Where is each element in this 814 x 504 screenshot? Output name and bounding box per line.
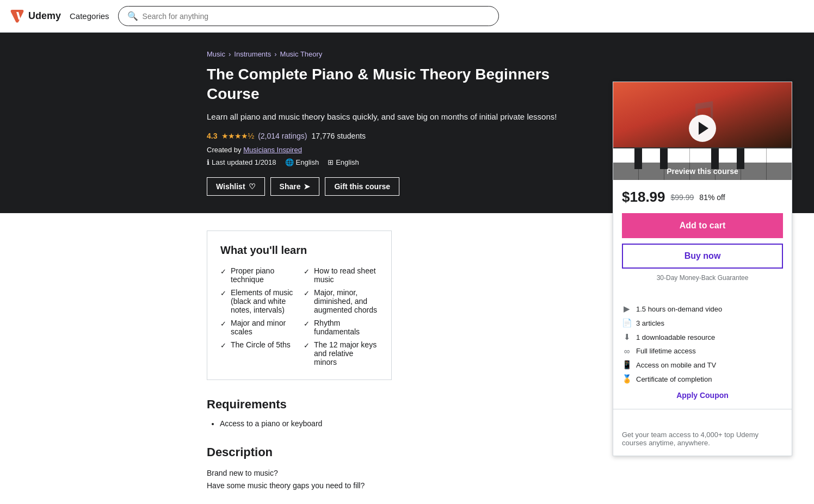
list-item: ✓ The 12 major keys and relative minors — [304, 340, 378, 366]
mobile-icon: 📱 — [622, 360, 632, 370]
language-item: 🌐 English — [285, 158, 319, 166]
list-item: Access to a piano or keyboard — [220, 419, 392, 428]
list-item: ✓ How to read sheet music — [304, 266, 378, 284]
money-back-label: 30-Day Money-Back Guarantee — [622, 274, 783, 282]
logo-text: Udemy — [28, 10, 61, 22]
list-item: ✓ The Circle of 5ths — [220, 340, 295, 366]
list-item: ✓ Rhythm fundamentals — [304, 319, 378, 336]
hero-actions: Wishlist ♡ Share ➤ Gift this course — [207, 177, 588, 196]
check-icon: ✓ — [304, 267, 310, 276]
description-text-1: Brand new to music? — [207, 467, 392, 479]
training-title: Training 5 or more people? — [622, 418, 783, 427]
check-icon: ✓ — [220, 320, 226, 328]
list-item: ∞ Full lifetime access — [622, 346, 783, 356]
list-item: ✓ Major, minor, diminished, and augmente… — [304, 288, 378, 314]
learn-title: What you'll learn — [220, 244, 378, 257]
description-text-2: Have some music theory gaps you need to … — [207, 480, 392, 491]
training-box: Training 5 or more people? Get your team… — [613, 409, 792, 456]
list-item: 📱 Access on mobile and TV — [622, 360, 783, 370]
breadcrumb-instruments[interactable]: Instruments — [234, 50, 271, 58]
play-button[interactable] — [689, 115, 716, 142]
search-input[interactable] — [143, 12, 490, 21]
rating-number: 4.3 — [207, 132, 217, 140]
infinity-icon: ∞ — [622, 346, 632, 356]
cc-icon: ⊞ — [328, 158, 334, 166]
apply-coupon-link[interactable]: Apply Coupon — [676, 391, 729, 400]
check-icon: ✓ — [304, 289, 310, 297]
learn-section: What you'll learn ✓ Proper piano techniq… — [207, 231, 392, 380]
learn-grid: ✓ Proper piano technique ✓ How to read s… — [220, 266, 378, 366]
share-button[interactable]: Share ➤ — [270, 177, 320, 196]
description-section: Description Brand new to music? Have som… — [207, 445, 392, 491]
download-icon: ⬇ — [622, 332, 632, 342]
list-item: ▶ 1.5 hours on-demand video — [622, 304, 783, 314]
video-icon: ▶ — [622, 304, 632, 314]
captions-item: ⊞ English — [328, 158, 359, 166]
info-icon: ℹ — [207, 158, 209, 166]
course-card: 🎵 — [613, 82, 792, 456]
add-to-cart-button[interactable]: Add to cart — [622, 213, 783, 238]
includes-list: ▶ 1.5 hours on-demand video 📄 3 articles… — [622, 304, 783, 384]
rating-row: 4.3 ★★★★½ (2,014 ratings) 17,776 student… — [207, 132, 588, 140]
check-icon: ✓ — [304, 320, 310, 328]
main-body: What you'll learn ✓ Proper piano techniq… — [207, 231, 588, 491]
search-bar: 🔍 — [118, 6, 499, 26]
requirements-list: Access to a piano or keyboard — [207, 419, 392, 428]
training-desc: Get your team access to 4,000+ top Udemy… — [622, 431, 783, 447]
includes-title: This course includes: — [622, 289, 783, 298]
price-original: $99.99 — [671, 193, 694, 202]
buy-now-button[interactable]: Buy now — [622, 244, 783, 269]
list-item: ✓ Elements of music (black and white not… — [220, 288, 295, 314]
course-subtitle: Learn all piano and music theory basics … — [207, 111, 577, 123]
check-icon: ✓ — [304, 341, 310, 350]
star-icons: ★★★★½ — [221, 132, 254, 140]
list-item: 🏅 Certificate of completion — [622, 374, 783, 384]
categories-nav[interactable]: Categories — [70, 11, 109, 21]
check-icon: ✓ — [220, 341, 226, 350]
navbar: Udemy Categories 🔍 — [0, 0, 814, 33]
apply-coupon: Apply Coupon — [622, 390, 783, 400]
requirements-section: Requirements Access to a piano or keyboa… — [207, 397, 392, 428]
instructor-link[interactable]: Musicians Inspired — [243, 146, 302, 154]
list-item: 📄 3 articles — [622, 318, 783, 328]
rating-count: (2,014 ratings) — [258, 132, 307, 140]
price-discount: 81% off — [699, 193, 725, 202]
requirements-title: Requirements — [207, 397, 392, 412]
list-item: ✓ Major and minor scales — [220, 319, 295, 336]
meta-row: ℹ Last updated 1/2018 🌐 English ⊞ Englis… — [207, 158, 588, 166]
article-icon: 📄 — [622, 318, 632, 328]
globe-icon: 🌐 — [285, 158, 294, 166]
last-updated: ℹ Last updated 1/2018 — [207, 158, 276, 166]
heart-icon: ♡ — [249, 182, 256, 191]
gift-button[interactable]: Gift this course — [325, 177, 399, 196]
list-item: ✓ Proper piano technique — [220, 266, 295, 284]
hero-section: Music › Instruments › Music Theory The C… — [0, 33, 814, 213]
price-row: $18.99 $99.99 81% off — [622, 189, 783, 206]
students-count: 17,776 students — [311, 132, 366, 140]
check-icon: ✓ — [220, 267, 226, 276]
certificate-icon: 🏅 — [622, 374, 632, 384]
breadcrumb-music-theory[interactable]: Music Theory — [280, 50, 323, 58]
card-preview[interactable]: 🎵 — [613, 82, 792, 180]
share-icon: ➤ — [304, 182, 310, 191]
course-title: The Complete Piano & Music Theory Beginn… — [207, 65, 577, 104]
wishlist-button[interactable]: Wishlist ♡ — [207, 177, 265, 196]
breadcrumb-music[interactable]: Music — [207, 50, 225, 58]
list-item: ⬇ 1 downloadable resource — [622, 332, 783, 342]
search-icon: 🔍 — [127, 11, 138, 21]
breadcrumb: Music › Instruments › Music Theory — [207, 50, 588, 58]
check-icon: ✓ — [220, 289, 226, 297]
price-current: $18.99 — [622, 189, 665, 206]
created-by: Created by Musicians Inspired — [207, 146, 588, 154]
description-title: Description — [207, 445, 392, 459]
logo-link[interactable]: Udemy — [9, 8, 61, 25]
